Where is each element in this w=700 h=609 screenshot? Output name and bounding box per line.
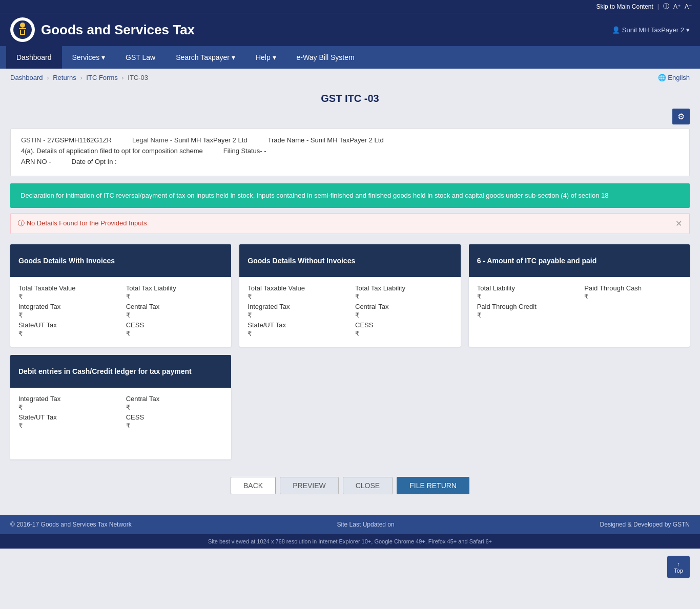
font-increase-btn[interactable]: A⁺ bbox=[673, 3, 681, 10]
main-content: GST ITC -03 ⚙ GSTIN - 27GSPMH1162G1ZR Le… bbox=[0, 87, 700, 515]
file-return-button[interactable]: FILE RETURN bbox=[397, 477, 469, 494]
total-taxable-value-field: Total Taxable Value ₹ bbox=[18, 284, 116, 301]
breadcrumb-dashboard[interactable]: Dashboard bbox=[10, 74, 43, 81]
goods-without-invoices-body: Total Taxable Value ₹ Total Tax Liabilit… bbox=[239, 277, 460, 347]
preview-button[interactable]: PREVIEW bbox=[280, 477, 339, 494]
language-selector[interactable]: 🌐 English bbox=[658, 74, 690, 81]
footer: © 2016-17 Goods and Services Tax Network… bbox=[0, 515, 700, 534]
svg-rect-4 bbox=[24, 30, 25, 34]
filing-status: Filing Status- - bbox=[223, 147, 266, 155]
breadcrumb-itc-forms[interactable]: ITC Forms bbox=[86, 74, 117, 81]
bottom-card-row: Debit entries in Cash/Credit ledger for … bbox=[10, 355, 690, 459]
cess-field: CESS ₹ bbox=[126, 321, 223, 338]
taxpayer-info-row-1: GSTIN - 27GSPMH1162G1ZR Legal Name - Sun… bbox=[21, 136, 679, 144]
goods-with-invoices-header: Goods Details With Invoices bbox=[10, 244, 231, 277]
goods-with-invoices-card: Goods Details With Invoices Total Taxabl… bbox=[10, 244, 231, 347]
taxpayer-info-row-3: ARN NO - Date of Opt In : bbox=[21, 158, 679, 165]
settings-btn-row: ⚙ bbox=[10, 109, 690, 124]
footer-designed-by: Designed & Developed by GSTN bbox=[600, 521, 690, 528]
user-icon: 👤 bbox=[612, 26, 620, 34]
site-title: Goods and Services Tax bbox=[41, 22, 195, 38]
skip-link[interactable]: Skip to Main Content bbox=[596, 3, 653, 10]
arn-field: ARN NO - bbox=[21, 158, 51, 165]
action-buttons: BACK PREVIEW CLOSE FILE RETURN bbox=[10, 472, 690, 505]
breadcrumb-returns[interactable]: Returns bbox=[53, 74, 76, 81]
nav-services[interactable]: Services ▾ bbox=[62, 46, 116, 69]
debit-entries-card: Debit entries in Cash/Credit ledger for … bbox=[10, 355, 231, 459]
alert-message: ⓘ No Details Found for the Provided Inpu… bbox=[18, 219, 147, 228]
page-title: GST ITC -03 bbox=[10, 87, 690, 109]
trade-name-field: Trade Name - Sunil MH TaxPayer 2 Ltd bbox=[268, 136, 384, 144]
breadcrumb-bar: Dashboard › Returns › ITC Forms › ITC-03… bbox=[0, 69, 700, 87]
goods-without-invoices-card: Goods Details Without Invoices Total Tax… bbox=[239, 244, 460, 347]
declaration-text: Declaration for intimation of ITC revers… bbox=[20, 192, 609, 199]
total-tax-liability-field: Total Tax Liability ₹ bbox=[126, 284, 223, 301]
nav-help[interactable]: Help ▾ bbox=[245, 46, 286, 69]
alert-icon: ⓘ bbox=[18, 219, 25, 227]
date-field: Date of Opt In : bbox=[72, 158, 117, 165]
top-bar: Skip to Main Content | ⓘ A⁺ A⁻ bbox=[0, 0, 700, 13]
composition-details: 4(a). Details of application filed to op… bbox=[21, 147, 203, 155]
svg-rect-3 bbox=[20, 30, 21, 34]
header: Goods and Services Tax 👤 Sunil MH TaxPay… bbox=[0, 13, 700, 46]
user-dropdown-icon: ▾ bbox=[686, 26, 690, 34]
central-tax-field: Central Tax ₹ bbox=[126, 303, 223, 319]
svg-rect-5 bbox=[20, 34, 25, 35]
back-button[interactable]: BACK bbox=[231, 477, 276, 494]
goods-with-invoices-body: Total Taxable Value ₹ Total Tax Liabilit… bbox=[10, 277, 231, 347]
svg-point-1 bbox=[20, 23, 25, 28]
breadcrumb: Dashboard › Returns › ITC Forms › ITC-03 bbox=[10, 74, 148, 81]
nav-search-taxpayer[interactable]: Search Taxpayer ▾ bbox=[166, 46, 245, 69]
gstin-field: GSTIN - 27GSPMH1162G1ZR bbox=[21, 136, 112, 144]
footer-copyright: © 2016-17 Goods and Services Tax Network bbox=[10, 521, 132, 528]
debit-entries-body: Integrated Tax ₹ Central Tax ₹ State/UT … bbox=[10, 388, 231, 459]
goods-without-invoices-header: Goods Details Without Invoices bbox=[239, 244, 460, 277]
integrated-tax-field: Integrated Tax ₹ bbox=[18, 303, 116, 319]
state-ut-tax-field: State/UT Tax ₹ bbox=[18, 321, 116, 338]
settings-button[interactable]: ⚙ bbox=[672, 109, 690, 124]
itc-payable-card: 6 - Amount of ITC payable and paid Total… bbox=[469, 244, 690, 347]
nav-gst-law[interactable]: GST Law bbox=[115, 46, 166, 69]
taxpayer-info-row-2: 4(a). Details of application filed to op… bbox=[21, 147, 679, 155]
nav-eway-bill[interactable]: e-Way Bill System bbox=[286, 46, 365, 69]
cards-grid: Goods Details With Invoices Total Taxabl… bbox=[10, 244, 690, 347]
declaration-banner: Declaration for intimation of ITC revers… bbox=[10, 183, 690, 208]
legal-name-field: Legal Name - Sunil MH TaxPayer 2 Ltd bbox=[132, 136, 248, 144]
logo bbox=[10, 17, 35, 42]
user-name: Sunil MH TaxPayer 2 bbox=[622, 26, 684, 34]
alert-close-button[interactable]: ✕ bbox=[675, 219, 682, 228]
footer-bottom-text: Site best viewed at 1024 x 768 resolutio… bbox=[208, 538, 492, 544]
footer-bottom: Site best viewed at 1024 x 768 resolutio… bbox=[0, 534, 700, 549]
close-button[interactable]: CLOSE bbox=[343, 477, 393, 494]
user-info[interactable]: 👤 Sunil MH TaxPayer 2 ▾ bbox=[612, 26, 690, 34]
debit-entries-header: Debit entries in Cash/Credit ledger for … bbox=[10, 355, 231, 388]
taxpayer-info-card: GSTIN - 27GSPMH1162G1ZR Legal Name - Sun… bbox=[10, 129, 690, 176]
itc-payable-header: 6 - Amount of ITC payable and paid bbox=[469, 244, 690, 277]
info-icon: ⓘ bbox=[663, 2, 669, 11]
header-left: Goods and Services Tax bbox=[10, 17, 195, 42]
breadcrumb-current: ITC-03 bbox=[128, 74, 148, 81]
footer-last-updated: Site Last Updated on bbox=[337, 521, 395, 528]
itc-payable-body: Total Liability ₹ Paid Through Cash ₹ Pa… bbox=[469, 277, 690, 328]
alert-warning: ⓘ No Details Found for the Provided Inpu… bbox=[10, 213, 690, 234]
navbar: Dashboard Services ▾ GST Law Search Taxp… bbox=[0, 46, 700, 69]
svg-rect-2 bbox=[19, 28, 26, 29]
nav-dashboard[interactable]: Dashboard bbox=[6, 46, 62, 69]
font-decrease-btn[interactable]: A⁻ bbox=[685, 3, 692, 10]
